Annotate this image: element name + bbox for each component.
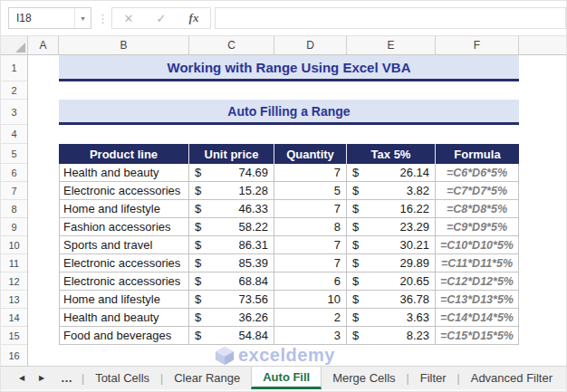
cell-formula[interactable]: =C13*D13*5% [436,291,519,309]
cell-formula[interactable]: =C11*D11*5% [436,254,519,272]
price-value: 58.22 [238,220,268,234]
cell-tax[interactable]: $8.23 [347,327,436,345]
column-header-d[interactable]: D [274,36,347,54]
column-header-e[interactable]: E [347,36,436,54]
cell-unit-price[interactable]: $58.22 [189,218,274,236]
row-header-16[interactable]: 16 [1,345,27,366]
header-tax[interactable]: Tax 5% [347,144,436,164]
cell-tax[interactable]: $30.21 [347,236,436,254]
cell-quantity[interactable]: 2 [274,309,347,327]
insert-function-icon[interactable]: fx [189,11,199,25]
row-header-8[interactable]: 8 [1,200,27,218]
cell-tax[interactable]: $20.65 [347,272,436,291]
tab-clear-range[interactable]: Clear Range [163,367,251,389]
tab-scroll-right-icon[interactable]: ▶ [32,367,52,389]
row-header-15[interactable]: 15 [1,327,27,345]
row-header-9[interactable]: 9 [1,218,27,236]
cell-unit-price[interactable]: $54.84 [189,327,274,345]
cell-formula[interactable]: =C8*D8*5% [436,200,519,218]
row-header-2[interactable]: 2 [1,81,27,100]
formula-input[interactable] [215,7,566,29]
cell-tax[interactable]: $36.78 [347,291,436,309]
header-product-line[interactable]: Product line [59,144,189,164]
cell-formula[interactable]: =C9*D9*5% [436,218,519,236]
row-header-12[interactable]: 12 [1,272,27,291]
name-box-value: I18 [9,12,74,24]
tab-scroll-left-icon[interactable]: ◀ [12,367,32,389]
cell-formula[interactable]: =C14*D14*5% [436,309,519,327]
row-header-6[interactable]: 6 [1,164,27,182]
select-all-corner[interactable] [1,36,28,54]
cell-tax[interactable]: $29.89 [347,254,436,272]
tab-merge-cells[interactable]: Merge Cells [322,367,406,389]
cell-tax[interactable]: $3.82 [347,182,436,200]
cell-product[interactable]: Food and beverages [59,327,189,345]
cell-formula[interactable]: =C6*D6*5% [436,164,519,182]
cell-product[interactable]: Electronic accessories [59,182,189,200]
cell-quantity[interactable]: 3 [274,327,347,345]
row-header-5[interactable]: 5 [1,144,27,164]
main-title-cell[interactable]: Working with Range Using Excel VBA [59,55,519,81]
cell-product[interactable]: Sports and travel [59,236,189,254]
row-header-4[interactable]: 4 [1,125,27,144]
cell-unit-price[interactable]: $36.26 [189,309,274,327]
cancel-icon[interactable]: ✕ [124,12,134,25]
cell-quantity[interactable]: 8 [274,218,347,236]
currency-symbol: $ [195,238,201,252]
column-header-c[interactable]: C [189,36,274,54]
row-header-1[interactable]: 1 [1,55,27,81]
header-formula[interactable]: Formula [436,144,519,164]
cell-product[interactable]: Home and lifestyle [59,200,189,218]
row-header-11[interactable]: 11 [1,254,27,272]
row-header-10[interactable]: 10 [1,236,27,254]
column-header-b[interactable]: B [59,36,189,54]
cell-unit-price[interactable]: $46.33 [189,200,274,218]
cell-product[interactable]: Home and lifestyle [59,291,189,309]
cell-tax[interactable]: $16.22 [347,200,436,218]
cell-formula[interactable]: =C10*D10*5% [436,236,519,254]
enter-icon[interactable]: ✓ [157,12,167,25]
cell-quantity[interactable]: 5 [274,182,347,200]
name-box[interactable]: I18 ▾ [8,7,91,29]
header-quantity[interactable]: Quantity [274,144,347,164]
table-row: Sports and travel $86.31 7 $30.21 =C10*D… [59,236,519,254]
cell-formula[interactable]: =C7*D7*5% [436,182,519,200]
cell-formula[interactable]: =C15*D15*5% [436,327,519,345]
cell-product[interactable]: Electronic accessories [59,272,189,291]
cell-unit-price[interactable]: $15.28 [189,182,274,200]
cell-tax[interactable]: $23.29 [347,218,436,236]
cell-tax[interactable]: $3.63 [347,309,436,327]
cell-quantity[interactable]: 6 [274,272,347,291]
header-unit-price[interactable]: Unit price [189,144,274,164]
column-header-f[interactable]: F [436,36,519,54]
cell-product[interactable]: Electronic accessories [59,254,189,272]
cell-unit-price[interactable]: $68.84 [189,272,274,291]
tab-advanced-filter[interactable]: Advanced Filter [460,367,563,389]
cell-quantity[interactable]: 7 [274,236,347,254]
tab-auto-fill[interactable]: Auto Fill [251,367,322,389]
cell-quantity[interactable]: 7 [274,200,347,218]
column-header-partial[interactable] [519,36,567,54]
row-header-3[interactable]: 3 [1,100,27,125]
cell-unit-price[interactable]: $85.39 [189,254,274,272]
row-header-7[interactable]: 7 [1,182,27,200]
column-header-a[interactable]: A [28,36,59,54]
tab-filter[interactable]: Filter [409,367,457,389]
name-box-dropdown-icon[interactable]: ▾ [74,8,91,28]
cell-product[interactable]: Health and beauty [59,309,189,327]
cell-formula[interactable]: =C12*D12*5% [436,272,519,291]
cell-unit-price[interactable]: $73.56 [189,291,274,309]
row-header-13[interactable]: 13 [1,291,27,309]
row-header-14[interactable]: 14 [1,309,27,327]
cell-product[interactable]: Health and beauty [59,164,189,182]
cell-tax[interactable]: $26.14 [347,164,436,182]
cell-quantity[interactable]: 7 [274,164,347,182]
cell-product[interactable]: Fashion accessories [59,218,189,236]
cell-quantity[interactable]: 7 [274,254,347,272]
subtitle-cell[interactable]: Auto Filling a Range [59,100,519,125]
tab-total-cells[interactable]: Total Cells [84,367,160,389]
tab-overflow[interactable]: … [52,367,82,389]
cell-unit-price[interactable]: $86.31 [189,236,274,254]
cell-unit-price[interactable]: $74.69 [189,164,274,182]
cell-quantity[interactable]: 10 [274,291,347,309]
